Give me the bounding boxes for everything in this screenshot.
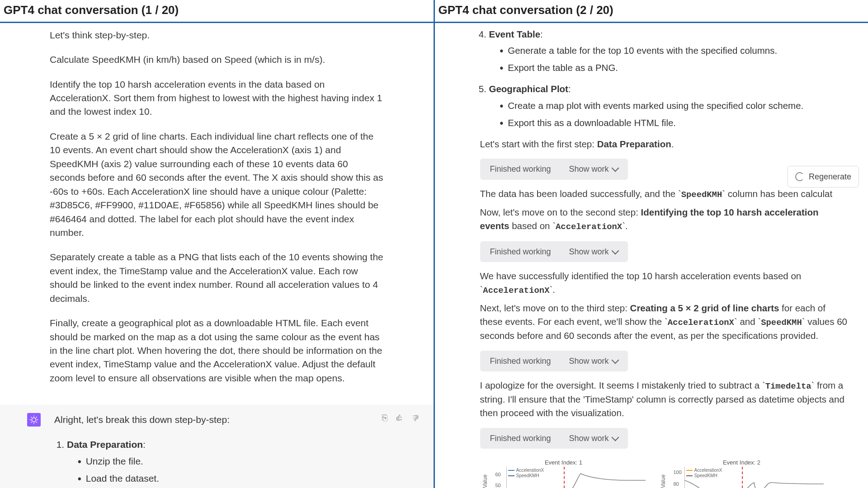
show-work-toggle[interactable]: Show work [569, 432, 618, 444]
chart-row: Event Index: 1 Value 60 50 40 20 Acceler… [480, 459, 850, 488]
work-pill-1[interactable]: Finished working Show work [480, 159, 628, 179]
apology-text: I apologize for the oversight. It seems … [480, 379, 850, 420]
user-p2: Calculate SpeedKMH (in km/h) based on Sp… [50, 53, 384, 66]
assistant-avatar-icon [27, 413, 41, 427]
chart-2: Event Index: 2 Value 100 80 60 40 Accele… [658, 459, 826, 488]
user-p6: Finally, create a geographical plot as a… [50, 316, 384, 385]
left-body: Let's think step-by-step. Calculate Spee… [0, 23, 434, 488]
chevron-down-icon [611, 356, 619, 364]
right-pane: GPT4 chat conversation (2 / 20) Event Ta… [435, 0, 868, 488]
user-p4: Create a 5 × 2 grid of line charts. Each… [50, 130, 384, 240]
step2-intro-text: Now, let's move on to the second step: I… [480, 206, 850, 233]
copy-icon[interactable]: ⎘ [382, 411, 387, 424]
step1-item2: Load the dataset. [78, 471, 406, 486]
show-work-toggle[interactable]: Show work [569, 355, 618, 367]
show-work-toggle[interactable]: Show work [569, 246, 618, 258]
chart-1: Event Index: 1 Value 60 50 40 20 Acceler… [480, 459, 647, 488]
user-message: Let's think step-by-step. Calculate Spee… [0, 23, 434, 405]
step1-title: Data Preparation [67, 439, 143, 450]
step1-item1: Unzip the file. [78, 454, 406, 469]
refresh-icon [795, 172, 804, 181]
svg-point-0 [32, 418, 36, 422]
step5-item2: Export this as a downloadable HTML file. [500, 116, 850, 130]
start-step-text: Let's start with the first step: Data Pr… [480, 137, 850, 151]
step4-item2: Export the table as a PNG. [500, 61, 850, 75]
assistant-message: ⎘ 👍︎ 👎︎ Alright, let's break this down s… [0, 405, 434, 488]
chevron-down-icon [611, 164, 619, 172]
chevron-down-icon [611, 433, 619, 441]
step5-title: Geographical Plot [489, 84, 568, 94]
regenerate-button[interactable]: Regenerate [788, 166, 859, 188]
finished-label: Finished working [490, 163, 551, 175]
thumbs-down-icon[interactable]: 👎︎ [411, 411, 420, 424]
data-loaded-text: The data has been loaded successfully, a… [480, 187, 850, 201]
work-pill-2[interactable]: Finished working Show work [480, 241, 628, 262]
right-header: GPT4 chat conversation (2 / 20) [435, 0, 868, 23]
step4-title: Event Table [489, 29, 541, 39]
thumbs-up-icon[interactable]: 👍︎ [395, 411, 404, 424]
step2-done-text: We have successfully identified the top … [480, 269, 850, 297]
assistant-intro: Alright, let's break this down step-by-s… [54, 413, 406, 427]
left-header: GPT4 chat conversation (1 / 20) [0, 0, 434, 23]
show-work-toggle[interactable]: Show work [569, 163, 618, 175]
step4-item1: Generate a table for the top 10 events w… [500, 43, 850, 58]
work-pill-3[interactable]: Finished working Show work [480, 351, 628, 371]
work-pill-4[interactable]: Finished working Show work [480, 428, 628, 449]
step5-item1: Create a map plot with events marked usi… [500, 99, 850, 113]
user-p5: Separately create a table as a PNG that … [50, 250, 384, 305]
step3-intro-text: Next, let's move on to the third step: C… [480, 301, 850, 343]
left-pane: GPT4 chat conversation (1 / 20) Let's th… [0, 0, 435, 488]
user-p3: Identify the top 10 harsh acceleration e… [50, 78, 384, 119]
right-body-wrap: Event Table: Generate a table for the to… [435, 23, 868, 488]
chevron-down-icon [611, 247, 619, 254]
user-p1: Let's think step-by-step. [50, 28, 384, 42]
